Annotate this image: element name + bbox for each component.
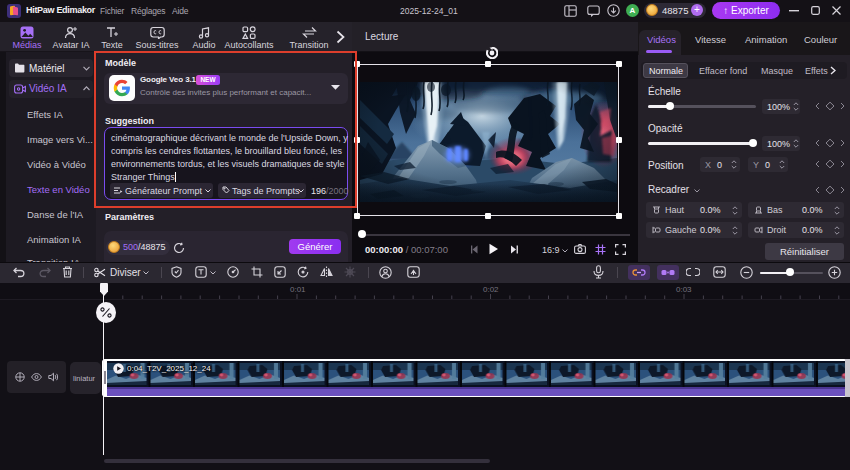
- svg-text:0:01: 0:01: [290, 285, 306, 294]
- svg-text:0:03: 0:03: [676, 285, 692, 294]
- svg-text:0:02: 0:02: [483, 285, 499, 294]
